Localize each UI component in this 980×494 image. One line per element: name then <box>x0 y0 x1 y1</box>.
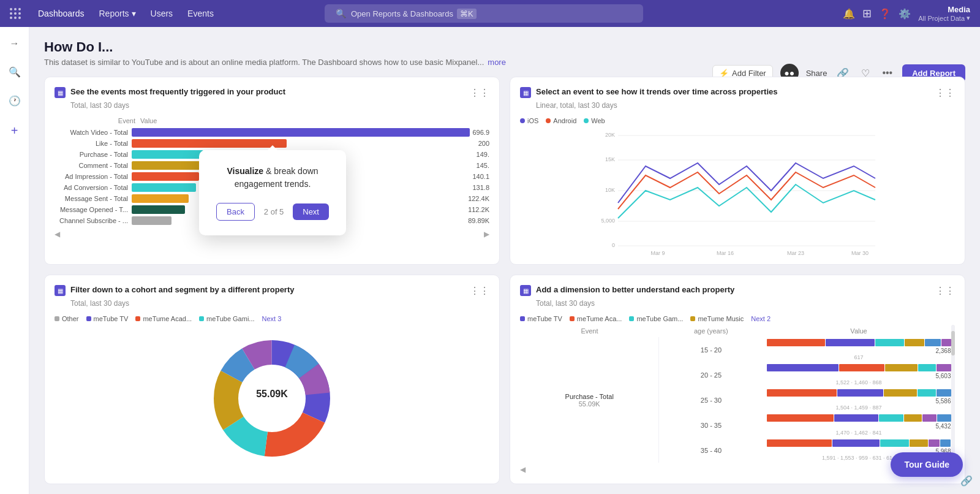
card4-subtitle: Total, last 30 days <box>536 299 955 308</box>
card3-legend: Other meTube TV meTume Acad... meTube Ga… <box>55 315 489 322</box>
card2-header: ▦ Select an event to see how it trends o… <box>520 87 955 99</box>
card2-title: Select an event to see how it trends ove… <box>536 87 935 96</box>
card2-subtitle: Linear, total, last 30 days <box>536 101 955 110</box>
tooltip-popup: Visualize & break down engagement trends… <box>199 150 346 235</box>
card3-icon: ▦ <box>55 285 66 296</box>
topnav-links: Dashboards Reports ▾ Users Events <box>33 6 219 21</box>
topnav-users[interactable]: Users <box>146 6 178 21</box>
table-header-row: Event age (years) Value <box>520 325 955 337</box>
sidebar-recent-icon[interactable]: 🕐 <box>5 91 24 110</box>
card3-menu[interactable]: ⋮⋮ <box>470 285 489 297</box>
card4-icon: ▦ <box>520 285 531 296</box>
svg-text:Mar 23: Mar 23 <box>787 250 804 256</box>
svg-text:55.09K: 55.09K <box>256 389 288 399</box>
card1-menu[interactable]: ⋮⋮ <box>470 87 489 99</box>
svg-text:Mar 16: Mar 16 <box>717 250 734 256</box>
search-shortcut: ⌘K <box>457 9 477 19</box>
donut-svg: 55.09K <box>205 331 339 466</box>
tooltip-footer: Back 2 of 5 Next <box>216 203 329 221</box>
tour-guide-button[interactable]: Tour Guide <box>891 452 963 477</box>
card3-title: Filter down to a cohort and segment by a… <box>70 285 470 294</box>
card-trends: ▦ Select an event to see how it trends o… <box>510 77 965 265</box>
card1-icon: ▦ <box>55 87 66 98</box>
card1-header: ▦ See the events most frequently trigger… <box>55 87 489 99</box>
card1-subtitle: Total, last 30 days <box>70 101 489 110</box>
card2-menu[interactable]: ⋮⋮ <box>935 87 955 99</box>
card4-table-wrap: Event age (years) Value Purchase - Total… <box>520 325 955 474</box>
card1-scroll-right[interactable]: ▶ <box>484 230 489 238</box>
tooltip-step: 2 of 5 <box>264 207 284 216</box>
card4-title: Add a dimension to better understand eac… <box>536 285 935 294</box>
page-header: How Do I... This dataset is similar to Y… <box>44 39 965 67</box>
notifications-icon[interactable]: 🔔 <box>843 8 855 20</box>
sidebar-search-icon[interactable]: 🔍 <box>5 63 24 82</box>
card-cohort: ▦ Filter down to a cohort and segment by… <box>44 275 500 484</box>
legend-web: Web <box>584 117 605 124</box>
stacked-bar-15-20 <box>767 339 951 346</box>
svg-text:Mar 9: Mar 9 <box>650 250 665 256</box>
card1-col-headers: Event Value <box>55 117 489 124</box>
card2-icon: ▦ <box>520 87 531 98</box>
main-content: How Do I... This dataset is similar to Y… <box>29 27 980 494</box>
dashboard-grid: ▦ See the events most frequently trigger… <box>44 77 965 494</box>
card4-scrollbar[interactable] <box>951 325 955 474</box>
legend-ios: iOS <box>520 117 538 124</box>
legend-metube-gami: meTube Gami... <box>199 315 254 322</box>
legend-next-3[interactable]: Next 3 <box>262 315 282 322</box>
card3-header: ▦ Filter down to a cohort and segment by… <box>55 285 489 297</box>
svg-text:10K: 10K <box>605 187 615 193</box>
grid-icon[interactable]: ⊞ <box>862 7 872 20</box>
table-row: Purchase - Total 55.09K 15 - 20 <box>520 337 955 362</box>
topnav: Dashboards Reports ▾ Users Events 🔍 Open… <box>0 0 980 27</box>
card4-menu[interactable]: ⋮⋮ <box>935 285 955 297</box>
bar-row-1: Watch Video - Total 696.9 <box>55 128 489 137</box>
settings-icon[interactable]: ⚙️ <box>899 8 911 20</box>
card4-legend: meTube TV meTume Aca... meTube Gam... me… <box>520 315 955 322</box>
page-title: How Do I... <box>44 39 965 55</box>
card4-tbody: Purchase - Total 55.09K 15 - 20 <box>520 337 955 463</box>
tooltip-back-button[interactable]: Back <box>216 203 255 221</box>
card1-scroll-left[interactable]: ◀ <box>55 230 60 238</box>
sidebar-collapse-icon[interactable]: → <box>6 34 23 53</box>
legend-other: Other <box>55 315 79 322</box>
svg-text:15K: 15K <box>605 156 615 162</box>
bottom-link-icon[interactable]: 🔗 <box>960 475 973 487</box>
search-placeholder: Open Reports & Dashboards <box>351 9 453 18</box>
legend-android: Android <box>546 117 576 124</box>
card1-title: See the events most frequently triggered… <box>70 87 470 96</box>
tooltip-text: Visualize & break down engagement trends… <box>216 165 329 191</box>
topnav-events[interactable]: Events <box>183 6 219 21</box>
svg-text:0: 0 <box>612 242 615 248</box>
topnav-dashboards[interactable]: Dashboards <box>33 6 89 21</box>
app-menu-button[interactable] <box>10 8 21 19</box>
search-icon: 🔍 <box>336 9 346 18</box>
line-chart-svg: 20K 15K 10K 5,000 0 Mar 9 Mar 16 <box>520 129 955 252</box>
user-info[interactable]: Media All Project Data ▾ <box>918 5 970 22</box>
svg-text:5,000: 5,000 <box>601 218 615 224</box>
more-link[interactable]: more <box>488 58 506 67</box>
card2-legend: iOS Android Web <box>520 117 955 124</box>
donut-wrap: 55.09K <box>55 325 489 472</box>
topnav-right: 🔔 ⊞ ❓ ⚙️ Media All Project Data ▾ <box>843 5 970 22</box>
card4-header: ▦ Add a dimension to better understand e… <box>520 285 955 297</box>
sidebar: → 🔍 🕐 + <box>0 27 29 494</box>
tooltip-arrow <box>268 145 277 150</box>
legend-metube-tv: meTube TV <box>86 315 129 322</box>
svg-text:Mar 30: Mar 30 <box>851 250 869 256</box>
card4-table: Event age (years) Value Purchase - Total… <box>520 325 955 463</box>
tooltip-next-button[interactable]: Next <box>293 203 329 220</box>
sidebar-add-icon[interactable]: + <box>7 120 22 142</box>
card-dimension: ▦ Add a dimension to better understand e… <box>510 275 965 484</box>
legend-metume-acad: meTume Acad... <box>135 315 192 322</box>
topnav-reports[interactable]: Reports ▾ <box>94 6 141 21</box>
help-icon[interactable]: ❓ <box>879 8 891 20</box>
card4-scroll-left[interactable]: ◀ <box>520 465 526 474</box>
search-bar[interactable]: 🔍 Open Reports & Dashboards ⌘K <box>325 4 643 23</box>
card3-subtitle: Total, last 30 days <box>70 299 489 308</box>
svg-text:20K: 20K <box>605 132 615 138</box>
